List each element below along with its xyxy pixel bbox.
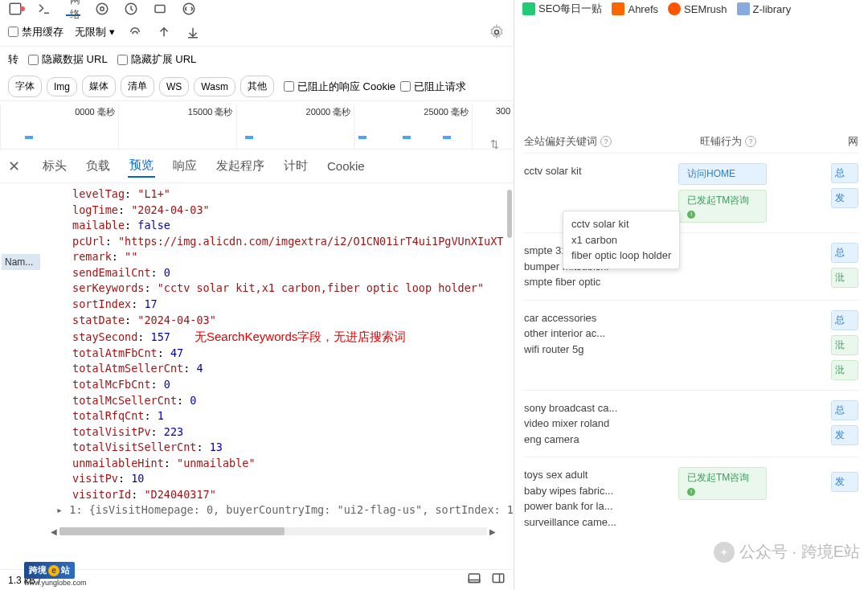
throttle-label: 无限制 [75,25,106,39]
memory-icon[interactable] [153,2,167,16]
kw-cell: sony broadcast ca... video mixer roland … [524,400,669,448]
svg-point-2 [100,7,104,11]
svg-point-3 [96,3,108,14]
filter-row-1: 转 隐藏数据 URL 隐藏扩展 URL [0,47,514,72]
status-zi: 沘 [831,268,858,288]
hide-data-url-checkbox[interactable]: 隐藏数据 URL [28,52,108,67]
wechat-icon: ✦ [714,542,735,563]
right-body: ⇅ 全站偏好关键词? 旺铺行为? 网 cctv solar kit 访问HOME… [514,18,868,590]
bookmark-seo[interactable]: SEO每日一贴 [522,2,602,16]
bookmark-bar: SEO每日一贴 Ahrefs SEMrush Z-library [514,0,868,18]
status-zi: 沘 [831,335,858,355]
right-panel: SEO每日一贴 Ahrefs SEMrush Z-library ⇅ 全站偏好关… [514,0,868,590]
hide-ext-url-label: 隐藏扩展 URL [131,52,197,67]
help-icon[interactable]: ? [745,136,756,147]
col-keywords[interactable]: 全站偏好关键词? [524,134,612,149]
close-icon[interactable]: ✕ [8,158,20,175]
badge-tm[interactable]: 已发起TM咨询! [678,190,767,223]
scrollbar-vertical[interactable] [507,190,512,238]
disable-cache-checkbox[interactable]: 禁用缓存 [8,25,63,39]
tab-response[interactable]: 响应 [171,155,199,177]
badge-tm[interactable]: 已发起TM咨询! [678,467,767,500]
zhuan-label: 转 [8,52,18,67]
gear-icon[interactable] [488,23,506,41]
dock-icon[interactable] [491,572,506,588]
performance-icon[interactable] [124,2,138,16]
svg-rect-0 [10,3,21,14]
json-trailing: 1: {isVisitHomepage: 0, buyerCountryImg:… [69,503,514,516]
svg-rect-9 [469,580,480,583]
filter-chip-ws[interactable]: WS [159,77,189,96]
watermark: ✦ 公众号 · 跨境E站 [714,541,860,563]
elements-icon[interactable] [8,2,23,16]
blocked-req-input[interactable] [400,81,411,92]
filter-chip-manifest[interactable]: 清单 [121,76,154,97]
throttle-dropdown[interactable]: 无限制 ▾ [75,25,115,39]
annotation-text: 无SearchKeywords字段，无进店搜索词 [194,330,406,343]
console-drawer-icon[interactable] [467,572,481,588]
filter-chip-other[interactable]: 其他 [240,76,274,97]
filter-chip-font[interactable]: 字体 [8,76,42,97]
tab-preview[interactable]: 预览 [128,154,155,178]
filter-chip-img[interactable]: Img [47,77,77,96]
disable-cache-label: 禁用缓存 [22,25,63,39]
upload-icon[interactable] [155,23,173,41]
blocked-req-checkbox[interactable]: 已阻止请求 [400,80,466,94]
filter-bar: 字体 Img 媒体 清单 WS Wasm 其他 已阻止的响应 Cookie 已阻… [0,72,514,101]
timeline-mark-2: 20000 毫秒 [306,106,351,118]
network-tab[interactable]: 网络 [66,2,80,16]
timeline-mark-0: 0000 毫秒 [75,106,115,118]
status-total: 总 [831,243,858,263]
sources-icon[interactable] [95,2,109,16]
tab-timing[interactable]: 计时 [282,155,309,177]
filter-chip-media[interactable]: 媒体 [82,76,116,97]
bookmark-semrush[interactable]: SEMrush [668,2,727,15]
download-icon[interactable] [184,23,202,41]
col-behavior[interactable]: 旺铺行为? [700,134,756,149]
wifi-icon[interactable] [126,23,144,41]
scroll-right-arrow[interactable]: ▶ [487,526,498,537]
hide-data-url-label: 隐藏数据 URL [42,52,108,67]
svg-rect-5 [155,6,165,13]
sort-icon[interactable]: ⇅ [490,138,499,150]
svg-rect-8 [469,574,480,583]
tab-cookie[interactable]: Cookie [326,156,366,176]
tab-headers[interactable]: 标头 [41,155,68,177]
col-net[interactable]: 网 [848,134,858,149]
blocked-cookie-input[interactable] [284,81,294,92]
filter-chip-wasm[interactable]: Wasm [194,77,235,96]
disable-cache-input[interactable] [8,27,18,37]
status-total: 总 [831,400,858,420]
tab-payload[interactable]: 负载 [84,155,112,177]
request-name-cell[interactable]: Nam... [2,254,40,270]
scroll-left-arrow[interactable]: ◀ [48,526,59,537]
data-header: 全站偏好关键词? 旺铺行为? 网 [514,130,868,153]
kw-cell: car accessories other interior ac... wif… [524,310,669,380]
data-row: car accessories other interior ac... wif… [524,300,858,390]
timeline-mark-3: 25000 毫秒 [424,106,469,118]
status-fa: 发 [831,188,858,208]
application-icon[interactable] [182,2,196,16]
badge-home[interactable]: 访问HOME [678,163,767,185]
svg-point-7 [495,30,499,34]
bookmark-zlibrary[interactable]: Z-library [737,2,792,15]
footer-logo: 跨境e站 www.yunglobe.com [24,562,87,587]
timeline[interactable]: 0000 毫秒 15000 毫秒 20000 毫秒 25000 毫秒 300 [0,101,514,150]
data-row: sony broadcast ca... video mixer roland … [524,390,858,457]
status-total: 总 [831,310,858,330]
keyword-tooltip: cctv solar kit x1 carbon fiber optic loo… [563,211,680,269]
console-icon[interactable] [37,2,51,16]
help-icon[interactable]: ? [600,136,612,147]
scrollbar-horizontal[interactable]: ◀ ▶ [48,526,498,537]
devtools-panel: 网络 禁用缓存 无限制 ▾ [0,0,514,590]
hide-ext-url-input[interactable] [117,55,128,65]
hide-data-url-input[interactable] [28,55,39,65]
blocked-cookie-label: 已阻止的响应 Cookie [297,80,395,94]
status-zi: 沘 [831,360,858,380]
hide-ext-url-checkbox[interactable]: 隐藏扩展 URL [117,52,197,67]
bookmark-ahrefs[interactable]: Ahrefs [612,2,658,15]
json-preview[interactable]: levelTag: "L1+" logTime: "2024-04-03" ma… [0,183,514,569]
blocked-cookie-checkbox[interactable]: 已阻止的响应 Cookie [284,80,395,94]
tab-initiator[interactable]: 发起程序 [215,155,266,177]
detail-pane: ✕ 标头 负载 预览 响应 发起程序 计时 Cookie levelTag: "… [0,150,514,569]
